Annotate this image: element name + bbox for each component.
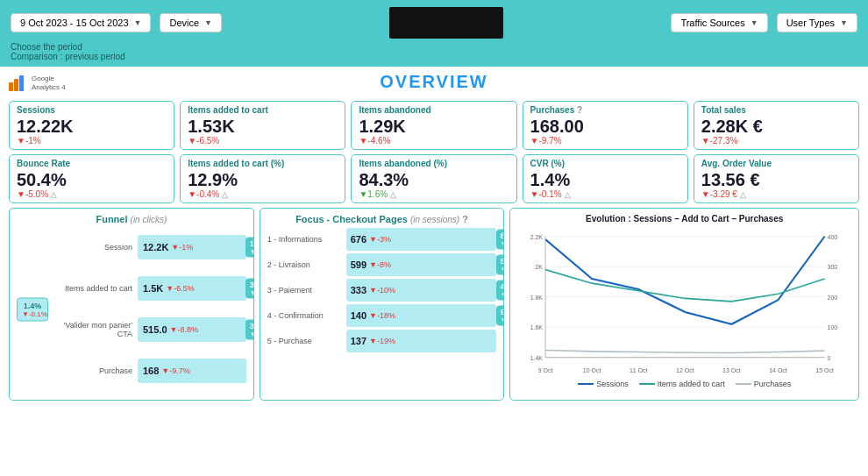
user-types-arrow: ▼: [840, 18, 848, 27]
metric-change-bounce-rate: ▼-5.0% △: [17, 189, 167, 199]
ga-bar2: [14, 79, 18, 91]
metric-card-avg-order-value: Avg. Order Value13.56 €▼-3.29 € △: [694, 154, 859, 203]
metric-value-items-abandoned-pct: 84.3%: [359, 170, 509, 189]
metric-label-purchases: Purchases ?: [530, 105, 680, 115]
metric-card-cvr: CVR (%)1.4%▼-0.1% △: [523, 154, 688, 203]
svg-text:15 Oct: 15 Oct: [816, 366, 835, 374]
legend-line-1: [639, 383, 655, 385]
focus-step-3: 4 - Confirmation140▼-18%97.9%▼-0.0%: [267, 304, 497, 327]
legend-label-1: Items added to cart: [658, 380, 725, 388]
focus-help[interactable]: ?: [462, 214, 468, 224]
metric-label-items-added-cart-pct: Items added to cart (%): [188, 159, 338, 168]
bottom-section: Funnel (in clicks) 1.4% ▼-0.1% Session12…: [9, 208, 859, 401]
focus-step-value-3: 140: [351, 310, 366, 321]
funnel-panel: Funnel (in clicks) 1.4% ▼-0.1% Session12…: [9, 208, 254, 401]
focus-step-label-2: 3 - Paiement: [267, 286, 342, 295]
metric-value-items-added-cart-pct: 12.9%: [188, 170, 338, 189]
svg-text:13 Oct: 13 Oct: [722, 366, 741, 374]
focus-rate-badge-2: 42.0%▼-0.0%: [496, 281, 505, 301]
focus-step-label-1: 2 - Livraison: [267, 260, 342, 269]
device-arrow: ▼: [204, 18, 212, 27]
metric-card-items-added-cart-pct: Items added to cart (%)12.9%▼-0.4% △: [180, 154, 345, 203]
traffic-sources-label: Traffic Sources: [680, 18, 744, 28]
help-icon-purchases[interactable]: ?: [574, 105, 582, 115]
svg-text:14 Oct: 14 Oct: [770, 366, 788, 374]
focus-step-bar-4: 137▼-19%: [346, 330, 497, 352]
focus-step-change-0: ▼-3%: [369, 235, 391, 244]
funnel-step-change-1: ▼-6.5%: [166, 284, 194, 293]
funnel-content: 1.4% ▼-0.1% Session12.2K▼-1%12.9%▼-0.4%I…: [17, 228, 246, 390]
evolution-title: Evolution : Sessions – Add to Cart – Pur…: [517, 214, 851, 224]
triangle-icon-avg-order-value: △: [740, 190, 746, 199]
ga-text: GoogleAnalytics 4: [32, 75, 66, 91]
metric-label-total-sales: Total sales: [701, 105, 851, 115]
metric-change-cvr: ▼-0.1% △: [530, 189, 680, 199]
chart-legend: SessionsItems added to cartPurchases: [517, 380, 851, 388]
focus-step-value-2: 333: [351, 285, 366, 295]
focus-panel: Focus - Checkout Pages (in sessions) ? 1…: [260, 208, 505, 401]
funnel-step-label-2: 'Valider mon panier' CTA: [53, 321, 132, 338]
legend-label-0: Sessions: [596, 380, 629, 388]
funnel-step-3: Purchase168▼-9.7%: [53, 359, 246, 383]
metric-card-purchases: Purchases ?168.00▼-9.7%: [523, 101, 688, 150]
funnel-step-bar-0: 12.2K▼-1%12.9%▼-0.4%: [138, 235, 246, 259]
date-range-label: 9 Oct 2023 - 15 Oct 2023: [20, 18, 129, 28]
logo-block: [389, 7, 503, 39]
metric-value-cvr: 1.4%: [530, 170, 680, 189]
funnel-step-bar-2: 515.0▼-8.8%32.6%▼-0.5%: [138, 317, 246, 342]
funnel-title: Funnel (in clicks): [17, 214, 246, 224]
focus-step-bar-2: 333▼-10%42.0%▼-0.0%: [346, 279, 497, 302]
focus-step-change-3: ▼-18%: [369, 311, 395, 320]
device-dropdown[interactable]: Device ▼: [160, 13, 222, 32]
funnel-rate-badge-2: 32.6%▼-0.5%: [245, 320, 254, 340]
main-content: GoogleAnalytics 4 OVERVIEW Sessions12.22…: [0, 67, 868, 406]
ga-logo: GoogleAnalytics 4: [9, 75, 66, 91]
metric-label-bounce-rate: Bounce Rate: [17, 159, 167, 168]
user-types-dropdown[interactable]: User Types ▼: [777, 13, 857, 32]
focus-rate-badge-0: 88.6%▼-0.0%: [496, 230, 505, 250]
svg-text:0: 0: [828, 354, 831, 362]
funnel-badge-value: 1.4%: [22, 301, 43, 309]
funnel-step-label-1: Items added to cart: [53, 284, 132, 293]
evolution-chart: 2.2K2K1.8K1.6K1.4K40030020010009 Oct10 O…: [517, 227, 851, 376]
metric-card-bounce-rate: Bounce Rate50.4%▼-5.0% △: [9, 154, 174, 203]
metric-label-items-abandoned: Items abandoned: [359, 105, 509, 115]
metric-card-items-abandoned-pct: Items abandoned (%)84.3%▼1.6% △: [351, 154, 516, 203]
svg-text:1.8K: 1.8K: [530, 294, 544, 302]
title-rest: VERVIEW: [395, 72, 488, 91]
funnel-subtitle: (in clicks): [131, 215, 167, 224]
traffic-sources-dropdown[interactable]: Traffic Sources ▼: [671, 13, 767, 32]
metric-change-total-sales: ▼-27.3%: [701, 136, 851, 146]
metric-change-items-abandoned: ▼-4.6%: [359, 136, 509, 146]
focus-step-value-0: 676: [351, 234, 366, 245]
focus-step-value-4: 137: [351, 336, 366, 346]
focus-step-bar-3: 140▼-18%97.9%▼-0.0%: [346, 304, 497, 327]
comparison-hint: Comparison : previous period: [11, 52, 125, 61]
funnel-step-label-0: Session: [53, 243, 132, 252]
device-label: Device: [169, 18, 199, 28]
ga-bar3: [19, 75, 24, 91]
focus-rate-badge-1: 55.6%▼-0.4%: [496, 255, 505, 275]
metric-value-purchases: 168.00: [530, 117, 680, 136]
legend-item-0: Sessions: [578, 380, 629, 388]
metric-change-items-abandoned-pct: ▼1.6% △: [359, 189, 509, 199]
svg-text:10 Oct: 10 Oct: [583, 366, 601, 374]
funnel-step-value-2: 515.0: [143, 324, 167, 335]
funnel-step-bar-3: 168▼-9.7%: [138, 359, 246, 383]
funnel-badge-sub: ▼-0.1%: [22, 309, 43, 317]
date-range-dropdown[interactable]: 9 Oct 2023 - 15 Oct 2023 ▼: [11, 13, 151, 32]
metric-value-items-abandoned: 1.29K: [359, 117, 509, 136]
funnel-step-change-3: ▼-9.7%: [161, 366, 189, 375]
overview-title: OVERVIEW: [380, 72, 487, 92]
period-hint: Choose the period: [11, 42, 82, 52]
ga-icon: [9, 75, 28, 91]
svg-text:1.6K: 1.6K: [530, 323, 544, 331]
metric-change-items-added-cart-pct: ▼-0.4% △: [188, 189, 338, 199]
metric-label-avg-order-value: Avg. Order Value: [701, 159, 851, 168]
funnel-step-bar-1: 1.5K▼-6.5%33.6%▼-4.0%: [138, 276, 246, 301]
metric-card-items-added-cart: Items added to cart1.53K▼-6.5%: [180, 101, 345, 150]
metrics-row-2: Bounce Rate50.4%▼-5.0% △Items added to c…: [9, 154, 859, 203]
legend-item-2: Purchases: [736, 380, 792, 388]
focus-step-change-4: ▼-19%: [369, 337, 395, 345]
funnel-rate-badge-0: 12.9%▼-0.4%: [245, 237, 254, 257]
